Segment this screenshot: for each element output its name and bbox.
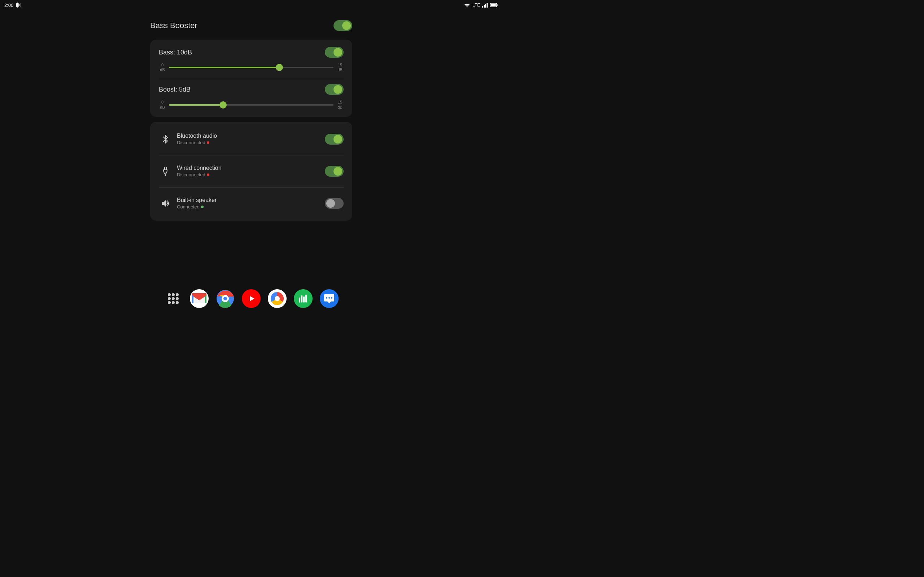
bass-track bbox=[169, 67, 333, 68]
wired-audio-info: Wired connection Disconnected bbox=[177, 165, 325, 177]
wired-icon bbox=[159, 165, 172, 178]
messages-icon bbox=[324, 293, 334, 304]
boost-slider-header: Boost: 5dB bbox=[159, 84, 344, 95]
chrome-button[interactable] bbox=[216, 289, 234, 308]
svg-point-2 bbox=[466, 6, 467, 8]
boost-toggle[interactable] bbox=[325, 84, 344, 95]
svg-rect-25 bbox=[303, 297, 305, 303]
bass-max-label: 15 dB bbox=[336, 63, 344, 72]
wired-audio-item: Wired connection Disconnected bbox=[159, 161, 344, 181]
builtin-audio-info: Built-in speaker Connected bbox=[177, 197, 325, 210]
app-grid-icon bbox=[168, 293, 179, 304]
podcast-button[interactable] bbox=[294, 289, 313, 308]
svg-point-20 bbox=[223, 297, 227, 300]
status-left: 2:00 bbox=[4, 2, 22, 8]
builtin-audio-status: Connected bbox=[177, 204, 325, 210]
svg-point-28 bbox=[328, 297, 330, 298]
podcast-icon bbox=[298, 293, 309, 304]
messages-button[interactable] bbox=[320, 289, 339, 308]
svg-rect-16 bbox=[205, 295, 207, 303]
svg-rect-6 bbox=[486, 3, 488, 8]
photos-icon bbox=[270, 292, 284, 306]
bluetooth-audio-status: Disconnected bbox=[177, 140, 325, 145]
boost-min-label: 0 dB bbox=[159, 100, 166, 109]
builtin-status-dot bbox=[201, 206, 204, 208]
photos-button[interactable] bbox=[268, 289, 287, 308]
bluetooth-toggle-thumb bbox=[333, 135, 342, 143]
bass-slider-row: 0 dB 15 dB bbox=[159, 63, 344, 72]
svg-rect-9 bbox=[491, 4, 496, 6]
boost-slider-row: 0 dB 15 dB bbox=[159, 100, 344, 109]
bass-thumb[interactable] bbox=[276, 64, 283, 71]
lte-label: LTE bbox=[472, 3, 480, 8]
svg-rect-11 bbox=[166, 167, 167, 170]
bluetooth-icon bbox=[159, 133, 172, 146]
boost-slider-section: Boost: 5dB 0 dB 15 dB bbox=[159, 84, 344, 109]
svg-rect-5 bbox=[485, 4, 486, 8]
boost-track bbox=[169, 104, 333, 106]
builtin-audio-name: Built-in speaker bbox=[177, 197, 325, 203]
svg-rect-15 bbox=[192, 295, 194, 303]
sliders-divider bbox=[159, 78, 344, 78]
sliders-card: Bass: 10dB 0 dB 15 dB Boost: 5d bbox=[150, 40, 352, 117]
signal-icon bbox=[482, 3, 488, 8]
boost-toggle-thumb bbox=[333, 85, 342, 94]
gmail-button[interactable] bbox=[190, 289, 208, 308]
bass-label: Bass: 10dB bbox=[159, 49, 192, 56]
svg-rect-10 bbox=[164, 167, 165, 170]
taskbar bbox=[0, 284, 502, 313]
svg-point-22 bbox=[275, 296, 280, 301]
bluetooth-status-text: Disconnected bbox=[177, 140, 205, 145]
battery-icon bbox=[490, 3, 498, 7]
bass-track-container[interactable] bbox=[169, 63, 333, 72]
speaker-icon bbox=[159, 197, 172, 210]
chrome-icon bbox=[216, 290, 234, 307]
builtin-toggle-thumb bbox=[326, 199, 335, 208]
bass-slider-section: Bass: 10dB 0 dB 15 dB bbox=[159, 47, 344, 72]
boost-max-label: 15 dB bbox=[336, 100, 344, 109]
svg-rect-3 bbox=[482, 6, 483, 8]
audio-output-card: Bluetooth audio Disconnected bbox=[150, 122, 352, 221]
builtin-status-text: Connected bbox=[177, 204, 200, 210]
app-drawer-button[interactable] bbox=[164, 289, 183, 308]
svg-marker-21 bbox=[250, 296, 254, 301]
builtin-audio-item: Built-in speaker Connected bbox=[159, 193, 344, 213]
status-bar: 2:00 LTE bbox=[0, 0, 502, 10]
builtin-toggle[interactable] bbox=[325, 198, 344, 209]
youtube-button[interactable] bbox=[242, 289, 261, 308]
audio-divider-1 bbox=[159, 155, 344, 155]
svg-rect-12 bbox=[165, 174, 166, 176]
svg-rect-26 bbox=[305, 295, 307, 303]
wifi-icon bbox=[464, 3, 470, 8]
bass-booster-header: Bass Booster bbox=[150, 17, 352, 34]
wired-audio-name: Wired connection bbox=[177, 165, 325, 171]
time-display: 2:00 bbox=[4, 3, 13, 8]
bass-min-label: 0 dB bbox=[159, 63, 166, 72]
bluetooth-status-dot bbox=[207, 141, 209, 144]
svg-rect-8 bbox=[497, 4, 498, 6]
boost-track-container[interactable] bbox=[169, 101, 333, 109]
bluetooth-audio-name: Bluetooth audio bbox=[177, 133, 325, 139]
svg-point-29 bbox=[331, 297, 333, 298]
toggle-thumb bbox=[342, 21, 351, 30]
wired-audio-status: Disconnected bbox=[177, 172, 325, 177]
youtube-icon bbox=[246, 295, 257, 303]
bluetooth-toggle[interactable] bbox=[325, 134, 344, 145]
bass-booster-toggle[interactable] bbox=[333, 20, 352, 31]
gmail-icon bbox=[192, 293, 207, 304]
wired-status-text: Disconnected bbox=[177, 172, 205, 177]
main-content: Bass Booster Bass: 10dB 0 dB bbox=[0, 10, 502, 284]
boost-thumb[interactable] bbox=[220, 102, 227, 108]
svg-marker-13 bbox=[162, 200, 166, 207]
bass-toggle-thumb bbox=[333, 48, 342, 56]
wired-status-dot bbox=[207, 174, 209, 176]
boost-fill bbox=[169, 104, 223, 106]
bluetooth-audio-item: Bluetooth audio Disconnected bbox=[159, 129, 344, 149]
svg-rect-4 bbox=[484, 5, 485, 8]
bass-toggle[interactable] bbox=[325, 47, 344, 58]
bass-booster-title: Bass Booster bbox=[150, 21, 197, 30]
status-right: LTE bbox=[464, 3, 498, 8]
boost-label: Boost: 5dB bbox=[159, 86, 191, 93]
wired-toggle[interactable] bbox=[325, 166, 344, 177]
bass-fill bbox=[169, 67, 279, 68]
